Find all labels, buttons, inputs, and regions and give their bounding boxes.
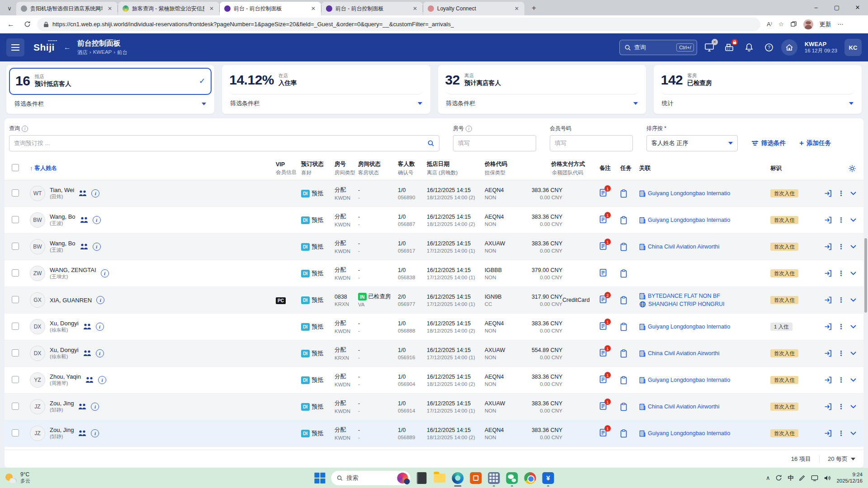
browser-tab-3-active[interactable]: 前台 - 前台控制面板 ✕ [220, 2, 321, 15]
room-assign-link[interactable]: 分配 [335, 239, 358, 247]
add-task-button[interactable]: + 添加任务 [799, 135, 831, 151]
row-checkbox[interactable] [12, 376, 19, 383]
check-in-icon[interactable] [824, 296, 832, 304]
global-search-input[interactable]: 查询 Ctrl+/ [619, 40, 697, 55]
room-number-input[interactable]: 填写 [453, 135, 536, 151]
taskbar-app-grid[interactable] [487, 471, 501, 485]
query-input[interactable]: 查询预订按 ... [9, 135, 439, 151]
expand-chevron-icon[interactable] [850, 432, 856, 435]
taskbar-chrome[interactable] [524, 471, 537, 485]
home-button[interactable] [781, 39, 797, 56]
ime-language-icon[interactable]: 中 [788, 474, 793, 482]
table-row[interactable]: JZ Zou, Jing (邹静) i DI 预抵 分配 KWDN - - 1/… [5, 394, 863, 420]
accompany-guests-icon[interactable] [79, 190, 87, 197]
notes-icon[interactable]: 1 [599, 348, 607, 357]
table-row[interactable]: GX XIA, GUANREN i PC DI 预抵 0838 KRXN IN已… [5, 287, 863, 314]
taskbar-app-orange[interactable] [469, 471, 483, 485]
check-in-icon[interactable] [824, 350, 832, 357]
room-assign-link[interactable]: 分配 [335, 266, 358, 274]
volume-icon[interactable] [824, 475, 831, 481]
row-menu-icon[interactable]: ⋮ [838, 349, 844, 357]
row-checkbox[interactable] [12, 216, 19, 223]
favorite-star-icon[interactable]: ☆ [778, 21, 784, 28]
tray-expand-icon[interactable]: ∧ [766, 474, 770, 481]
expand-chevron-icon[interactable] [850, 352, 856, 355]
related-profile-link[interactable]: China Civil Aviation Airworthi [639, 404, 770, 410]
guest-name[interactable]: WANG, ZENGTAI [50, 267, 96, 273]
guest-name[interactable]: Zou, Jing [50, 427, 74, 433]
browser-tab-4[interactable]: 前台 - 前台控制面板 ✕ [321, 2, 423, 15]
notes-icon[interactable]: 1 [599, 375, 607, 384]
close-button[interactable]: ✕ [847, 0, 868, 15]
room-assign-link[interactable]: 分配 [335, 319, 358, 327]
back-button[interactable]: ← [5, 18, 17, 31]
guest-name[interactable]: Zhou, Yaqin [50, 373, 81, 380]
check-in-icon[interactable] [824, 376, 832, 384]
table-settings-gear-icon[interactable] [848, 164, 856, 173]
table-row[interactable]: YZ Zhou, Yaqin (周雅琴) i DI 预抵 分配 KWDN - -… [5, 367, 863, 394]
taskbar-app-yuan[interactable]: ¥ [542, 471, 555, 485]
tab-close-icon[interactable]: ✕ [309, 5, 317, 12]
room-assign-link[interactable]: 分配 [335, 346, 358, 354]
notes-icon[interactable]: 1 [599, 428, 607, 437]
check-in-icon[interactable] [824, 430, 832, 437]
room-assign-link[interactable]: 分配 [335, 373, 358, 380]
row-menu-icon[interactable]: ⋮ [838, 403, 844, 411]
card-filter-bar[interactable]: 筛选条件栏 [438, 94, 646, 113]
guest-info-icon[interactable]: i [93, 216, 101, 224]
address-bar[interactable]: https://cn1.web.ep.shiji.world/individua… [37, 18, 760, 31]
check-in-icon[interactable] [824, 190, 832, 197]
row-menu-icon[interactable]: ⋮ [838, 296, 844, 304]
guest-name[interactable]: Xu, Dongyi [50, 347, 79, 353]
related-profile-link[interactable]: China Civil Aviation Airworthi [639, 244, 770, 250]
task-clipboard-icon[interactable] [620, 269, 639, 278]
check-in-icon[interactable] [824, 403, 832, 410]
taskbar-wechat[interactable] [505, 471, 519, 485]
guest-info-icon[interactable]: i [96, 323, 104, 331]
accompany-guests-icon[interactable] [78, 403, 86, 410]
task-clipboard-icon[interactable] [620, 323, 639, 331]
notes-icon[interactable]: 1 [599, 242, 607, 250]
collections-icon[interactable] [790, 21, 797, 28]
task-clipboard-icon[interactable] [620, 243, 639, 251]
reload-button[interactable] [21, 18, 33, 31]
page-size-select[interactable]: 20 每页 [820, 455, 855, 463]
accompany-guests-icon[interactable] [80, 216, 88, 224]
check-in-icon[interactable] [824, 243, 832, 250]
sync-icon[interactable] [775, 474, 782, 481]
tab-close-icon[interactable]: ✕ [411, 5, 419, 12]
check-in-icon[interactable] [824, 323, 832, 330]
new-tab-button[interactable]: + [528, 2, 540, 14]
guest-name[interactable]: Zou, Jing [50, 400, 74, 407]
room-assign-link[interactable]: 分配 [335, 426, 358, 434]
table-row[interactable]: DX Xu, Dongyi (徐东毅) i DI 预抵 分配 KWDN - - … [5, 314, 863, 340]
guest-info-icon[interactable]: i [91, 429, 99, 437]
expand-chevron-icon[interactable] [850, 272, 856, 275]
row-checkbox[interactable] [12, 349, 19, 357]
row-checkbox[interactable] [12, 269, 19, 277]
row-checkbox[interactable] [12, 323, 19, 330]
browser-tab-1[interactable]: 贵阳机场智选假日酒店系统网址导 ✕ [16, 2, 118, 15]
accompany-guests-icon[interactable] [85, 376, 94, 384]
room-assign-link[interactable]: 分配 [335, 399, 358, 407]
sort-select[interactable]: 客人姓名 正序 [646, 135, 738, 151]
guest-info-icon[interactable]: i [91, 189, 99, 197]
task-clipboard-icon[interactable] [620, 429, 639, 438]
tab-close-icon[interactable]: ✕ [106, 5, 114, 12]
taskbar-app-dark[interactable] [415, 471, 429, 485]
task-clipboard-icon[interactable] [620, 296, 639, 305]
taskbar-edge[interactable] [451, 471, 465, 485]
related-profile-link[interactable]: Guiyang Longdongbao Internatio [639, 190, 770, 197]
expand-chevron-icon[interactable] [850, 298, 856, 302]
sort-guest-name[interactable]: ↑ 客人姓名 [30, 164, 276, 172]
guest-info-icon[interactable]: i [98, 376, 106, 384]
guest-info-icon[interactable]: i [96, 349, 104, 357]
search-icon[interactable] [427, 140, 434, 147]
task-clipboard-icon[interactable] [620, 349, 639, 358]
room-assign-link[interactable]: 分配 [335, 186, 358, 194]
related-profile-link[interactable]: SHANGHAI CTRIP HONGRUI [639, 301, 770, 308]
cashier-icon-button[interactable] [722, 40, 737, 55]
help-icon[interactable]: ? [761, 40, 777, 55]
notes-icon[interactable]: 1 [599, 215, 607, 224]
page-back-icon[interactable]: ← [64, 43, 71, 52]
